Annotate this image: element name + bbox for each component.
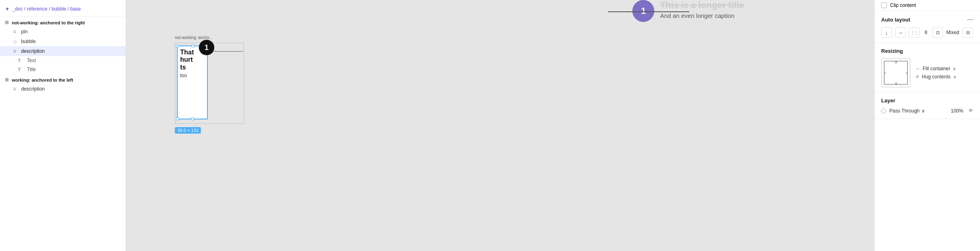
canvas-large-preview: 1 This is a longer title And an even lon… (632, 0, 744, 22)
handle-tm[interactable] (191, 45, 194, 48)
component-frame-label: not-working: ancho... (175, 35, 213, 40)
sidebar-item-description2[interactable]: ≡ description (0, 84, 126, 94)
text-icon: T (18, 58, 24, 63)
auto-layout-remove-btn[interactable]: — (967, 16, 973, 23)
resizing-section: Resizing ‹ › ∧ ∨ ↔ Fill container (875, 43, 980, 93)
frame-icon-desc: ≡ (11, 48, 18, 54)
canvas-large-caption: And an even longer caption (660, 12, 744, 19)
resize-options: ↔ Fill container ∨ ✕ Hug contents ∨ (915, 66, 956, 80)
component-inner-box[interactable]: 1 Thathurtts too (177, 45, 208, 119)
sidebar-section-label: not-working: anchored to the right (12, 20, 85, 25)
layer-row: Pass Through ∨ 100% 👁 (881, 108, 973, 114)
resizing-header: Resizing (881, 48, 973, 54)
auto-layout-section: Auto layout — ↓ → ⋮⋮ 8 ⊡ Mixed ⊟ (875, 11, 980, 43)
sidebar-item-label-pin: pin (21, 29, 28, 35)
resize-visual: ‹ › ∧ ∨ (881, 58, 910, 87)
size-label: 39.5 × 132 (175, 127, 201, 134)
sidebar: ✦ _doc / reference / bubble / base ⊞ not… (0, 0, 126, 251)
al-direction-down-btn[interactable]: ↓ (881, 27, 892, 38)
sidebar-item-label-bubble: bubble (21, 39, 36, 44)
canvas-large-title: This is a longer title (660, 0, 744, 11)
sidebar-section-label-working: working: anchored to the left (12, 78, 73, 82)
auto-layout-title: Auto layout (881, 17, 910, 23)
fill-container-dropdown[interactable]: ∨ (953, 66, 956, 71)
clip-content-row: Clip content (875, 0, 980, 11)
fill-container-label: Fill container (923, 66, 950, 71)
sidebar-section-working[interactable]: ⊞ working: anchored to the left (0, 74, 126, 84)
layer-section: Layer Pass Through ∨ 100% 👁 (875, 93, 980, 119)
sidebar-item-label-desc2: description (21, 86, 45, 92)
hug-x-icon: ✕ (915, 74, 919, 80)
sidebar-item-description[interactable]: ≡ description (0, 46, 126, 56)
auto-layout-controls: ↓ → ⋮⋮ 8 ⊡ Mixed ⊟ (881, 27, 973, 38)
title-text-icon: T (18, 67, 24, 72)
sparkle-icon: ✦ (5, 6, 10, 12)
frame-icon: ⊞ (5, 20, 9, 25)
al-align-btn[interactable]: ⊟ (963, 27, 973, 38)
frame-icon-working: ⊞ (5, 77, 9, 82)
hug-contents-dropdown[interactable]: ∨ (953, 74, 956, 80)
frame-icon-pin: ≡ (11, 29, 18, 35)
component-badge: 1 (199, 40, 214, 55)
resizing-title: Resizing (881, 48, 903, 54)
diamond-icon: ◇ (11, 39, 18, 44)
clip-content-label: Clip content (890, 2, 916, 8)
hug-contents-row[interactable]: ✕ Hug contents ∨ (915, 74, 956, 80)
al-spacing-btn[interactable]: ⋮⋮ (909, 27, 919, 38)
sidebar-item-label-desc: description (21, 48, 45, 54)
sidebar-breadcrumb[interactable]: _doc / reference / bubble / base (12, 6, 81, 12)
layer-header: Layer (881, 97, 973, 104)
right-panel: Clip content Auto layout — ↓ → ⋮⋮ 8 ⊡ Mi… (874, 0, 980, 251)
component-container: not-working: ancho... 1 Thathurtts too 3… (175, 43, 244, 124)
al-mixed-label: Mixed (946, 30, 959, 35)
al-direction-right-btn[interactable]: → (895, 27, 906, 38)
canvas: 1 This is a longer title And an even lon… (126, 0, 874, 251)
sidebar-item-bubble[interactable]: ◇ bubble (0, 37, 126, 46)
layer-title: Layer (881, 97, 895, 104)
auto-layout-header: Auto layout — (881, 16, 973, 23)
resizing-grid: ‹ › ∧ ∨ ↔ Fill container ∨ ✕ Hug content… (881, 58, 973, 87)
handle-bl[interactable] (176, 117, 179, 120)
component-line (209, 51, 243, 52)
layer-blend-mode-label: Pass Through (889, 108, 920, 114)
canvas-text-block: This is a longer title And an even longe… (660, 0, 744, 19)
sidebar-subitem-label-text: Text (27, 58, 36, 63)
sidebar-subitem-text[interactable]: T Text (0, 56, 126, 65)
eye-icon[interactable]: 👁 (968, 108, 973, 114)
layer-blend-mode-dropdown[interactable]: Pass Through ∨ (889, 108, 925, 114)
sidebar-subitem-label-title: Title (27, 67, 36, 72)
sidebar-header: ✦ _doc / reference / bubble / base (0, 0, 126, 17)
layer-opacity-value[interactable]: 100% (951, 108, 963, 114)
frame-icon-desc2: ≡ (11, 86, 18, 92)
sidebar-subitem-title[interactable]: T Title (0, 65, 126, 74)
canvas-top-line (608, 11, 689, 12)
layer-blend-dropdown-arrow: ∨ (921, 108, 925, 114)
layer-circle-icon (881, 108, 886, 113)
sidebar-item-pin[interactable]: ≡ pin (0, 27, 126, 37)
fill-arrows-icon: ↔ (915, 66, 920, 71)
al-gap-value[interactable]: 8 (923, 30, 929, 35)
handle-bm[interactable] (191, 117, 194, 120)
component-outer-frame: 1 Thathurtts too (175, 43, 244, 124)
hug-contents-label: Hug contents (922, 74, 951, 80)
al-resize-btn[interactable]: ⊡ (932, 27, 943, 38)
component-small-text: too (180, 73, 205, 78)
fill-container-row[interactable]: ↔ Fill container ∨ (915, 66, 956, 71)
sidebar-section-not-working[interactable]: ⊞ not-working: anchored to the right (0, 17, 126, 27)
canvas-circle-badge: 1 (632, 0, 654, 22)
clip-content-checkbox[interactable] (881, 2, 887, 8)
handle-tl[interactable] (176, 45, 179, 48)
